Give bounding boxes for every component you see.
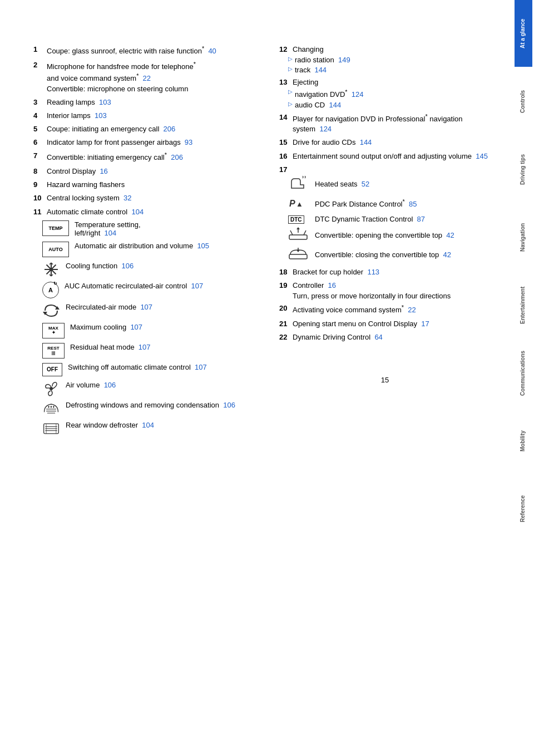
arrow-icon: ▷ [288, 66, 293, 72]
list-item: 2 Microphone for handsfree mode for tele… [33, 60, 257, 94]
svg-line-31 [304, 230, 306, 235]
list-item: 5 Coupe: initiating an emergency call 20… [33, 124, 257, 134]
sub-item: ▷ audio CD 144 [279, 101, 491, 109]
item-text: Dynamic Driving Control 64 [293, 332, 491, 342]
sidebar-tab-driving-tips[interactable]: Driving tips [515, 136, 532, 203]
item-number: 16 [279, 151, 293, 161]
item-number: 14 [279, 112, 293, 122]
svg-rect-34 [289, 254, 307, 259]
off-icon: OFF [42, 363, 62, 376]
sidebar-tab-controls[interactable]: Controls [515, 68, 532, 135]
svg-marker-20 [53, 405, 55, 407]
convert-close-icon [288, 247, 309, 263]
list-item: 4 Interior lamps 103 [33, 111, 257, 121]
dtc-row: DTC DTC Dynamic Traction Control 87 [288, 215, 491, 224]
item-number: 4 [33, 111, 47, 121]
svg-marker-18 [50, 405, 52, 407]
heated-icon [288, 176, 309, 192]
sidebar-tab-at-a-glance[interactable]: At a glance [515, 0, 532, 67]
sidebar: At a glance Controls Driving tips Naviga… [513, 0, 534, 756]
item-number: 1 [33, 45, 47, 55]
item-number: 6 [33, 138, 47, 148]
item-text: Interior lamps 103 [47, 111, 257, 121]
sidebar-tab-entertainment[interactable]: Entertainment [515, 272, 532, 338]
list-item: 19 Controller 16 [279, 281, 491, 291]
auc-icon: A ↻ [42, 282, 59, 298]
convert-close-row: Convertible: closing the convertible top… [288, 247, 491, 263]
item-number: 13 [279, 77, 293, 87]
list-item: 8 Control Display 16 [33, 166, 257, 176]
item-text: Entertainment sound output on/off and ad… [293, 151, 491, 161]
list-item: 9 Hazard warning flashers [33, 180, 257, 190]
heated-seats-row: Heated seats 52 [288, 176, 491, 192]
svg-marker-36 [296, 250, 300, 252]
list-item: 10 Central locking system 32 [33, 193, 257, 203]
climate-item-rear-defrost: Rear window defroster 104 [33, 421, 257, 436]
item-text: Changing [293, 45, 491, 55]
list-item: 17 [279, 165, 491, 175]
sidebar-tab-navigation[interactable]: Navigation [515, 204, 532, 271]
item-text: Coupe: initiating an emergency call 206 [47, 124, 257, 134]
climate-item-max: MAX ✦ Maximum cooling 107 [33, 323, 257, 338]
item-text: Drive for audio CDs 144 [293, 138, 491, 148]
svg-marker-33 [296, 227, 300, 229]
arrow-icon: ▷ [288, 56, 293, 62]
rear-defrost-icon [42, 421, 60, 436]
item-text: Microphone for handsfree mode for teleph… [47, 60, 257, 94]
defrost-icon [42, 401, 60, 416]
convert-open-row: Convertible: opening the convertible top… [288, 227, 491, 243]
item-text: Opening start menu on Control Display 17 [293, 319, 491, 329]
svg-text:▲: ▲ [296, 200, 303, 208]
sidebar-tab-communications[interactable]: Communications [515, 340, 532, 406]
air-icon [42, 381, 60, 396]
auc-desc: AUC Automatic recirculated-air control 1… [65, 282, 203, 290]
sub-item-text: radio station 149 [295, 56, 350, 64]
dtc-desc: DTC Dynamic Traction Control 87 [315, 215, 425, 223]
svg-point-4 [50, 268, 53, 271]
list-item: 14 Player for navigation DVD in Professi… [279, 112, 491, 135]
svg-line-30 [290, 230, 293, 235]
pdc-desc: PDC Park Distance Control* 85 [315, 198, 417, 208]
rest-icon: REST ||| [42, 343, 65, 359]
climate-item-rest: REST ||| Residual heat mode 107 [33, 343, 257, 359]
sidebar-tab-reference[interactable]: Reference [515, 475, 532, 542]
item-number: 7 [33, 151, 47, 161]
climate-item-temp: TEMP Temperature setting,left/right 104 [33, 220, 257, 237]
heated-desc: Heated seats 52 [315, 180, 369, 188]
sub-item-text: audio CD 144 [295, 101, 341, 109]
climate-item-air: Air volume 106 [33, 381, 257, 396]
climate-item-auc: A ↻ AUC Automatic recirculated-air contr… [33, 282, 257, 298]
list-item: 16 Entertainment sound output on/off and… [279, 151, 491, 161]
item-text: Hazard warning flashers [47, 180, 257, 190]
item-text: Reading lamps 103 [47, 97, 257, 107]
convert-open-desc: Convertible: opening the convertible top… [315, 231, 454, 239]
item-number: 11 [33, 207, 47, 217]
item-number: 2 [33, 60, 47, 70]
defrost-desc: Defrosting windows and removing condensa… [66, 401, 235, 409]
svg-rect-29 [289, 235, 307, 239]
cooling-icon [42, 262, 60, 277]
item-text: Ejecting [293, 77, 491, 87]
left-column: 1 Coupe: glass sunroof, electric with ra… [33, 45, 257, 734]
item-text: Central locking system 32 [47, 193, 257, 203]
item-number: 22 [279, 332, 293, 342]
temp-desc: Temperature setting,left/right 104 [75, 220, 141, 237]
auto-desc: Automatic air distribution and volume 10… [75, 242, 209, 250]
sidebar-tab-mobility[interactable]: Mobility [515, 408, 532, 474]
sub-item: ▷ track 144 [279, 66, 491, 74]
svg-text:P: P [289, 199, 295, 208]
list-item: 20 Activating voice command system* 22 [279, 303, 491, 316]
climate-item-defrost: Defrosting windows and removing condensa… [33, 401, 257, 416]
cooling-desc: Cooling function 106 [66, 262, 134, 270]
sidebar-tab-label: At a glance [520, 18, 526, 48]
item-number: 20 [279, 303, 293, 313]
sidebar-tab-label: Controls [520, 90, 526, 112]
climate-item-cooling: Cooling function 106 [33, 262, 257, 277]
page-number: 15 [279, 376, 491, 384]
sidebar-tab-label: Reference [520, 495, 526, 522]
item-text: Bracket for cup holder 113 [293, 267, 491, 277]
arrow-icon: ▷ [288, 101, 293, 107]
max-desc: Maximum cooling 107 [70, 323, 142, 331]
item-text: Coupe: glass sunroof, electric with rais… [47, 45, 257, 57]
air-desc: Air volume 106 [66, 381, 116, 389]
